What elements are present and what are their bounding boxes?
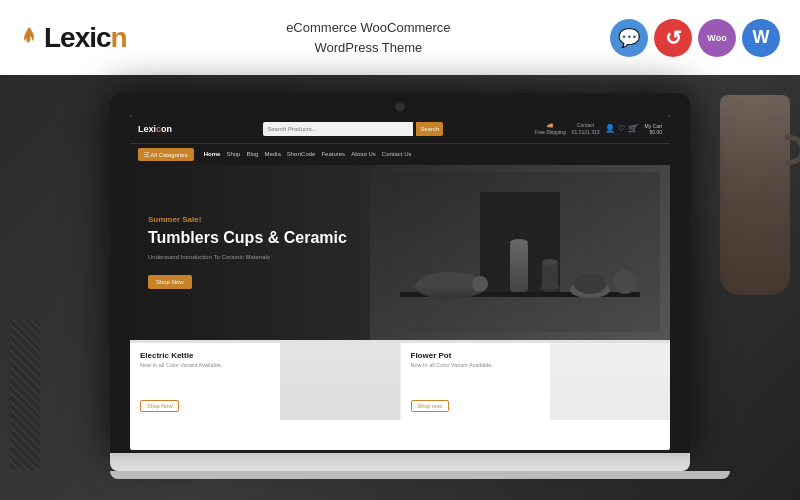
category-nav[interactable]: ☰ All Categories Home Shop Blog Media Sh… bbox=[130, 143, 670, 165]
hero-content: Summer Sale! Tumblers Cups & Ceramic Und… bbox=[130, 203, 670, 300]
woo-icon: Woo bbox=[698, 19, 736, 57]
platform-icons: 💬 ↺ Woo W bbox=[610, 19, 780, 57]
hero-subtitle: Understand Introduction To Ceramic Mater… bbox=[148, 254, 652, 260]
mug-handle bbox=[785, 135, 800, 165]
free-shipping-info: 🚚 Free Shipping bbox=[535, 122, 566, 135]
refresh-icon: ↺ bbox=[654, 19, 692, 57]
nav-home[interactable]: Home bbox=[204, 151, 221, 157]
flame-icon bbox=[20, 27, 38, 49]
laptop-mockup: Lexicon Search 🚚 Free Shipping Contact bbox=[0, 75, 800, 500]
nav-contact[interactable]: Contact Us bbox=[382, 151, 412, 157]
nav-about[interactable]: About Us bbox=[351, 151, 376, 157]
nav-links: Home Shop Blog Media ShortCode Features … bbox=[204, 151, 412, 157]
heart-icon: ♡ bbox=[618, 124, 625, 133]
site-logo: Lexicon bbox=[138, 124, 172, 134]
user-icon: 👤 bbox=[605, 124, 615, 133]
nav-shop[interactable]: Shop bbox=[226, 151, 240, 157]
screen-content: Lexicon Search 🚚 Free Shipping Contact bbox=[130, 115, 670, 450]
hero-shop-btn[interactable]: Shop Now bbox=[148, 275, 192, 289]
hero-title: Tumblers Cups & Ceramic bbox=[148, 228, 652, 247]
page-header: Lexicn eCommerce WooCommerce WordPress T… bbox=[0, 0, 800, 75]
hero-section: Summer Sale! Tumblers Cups & Ceramic Und… bbox=[130, 165, 670, 340]
header-tagline: eCommerce WooCommerce WordPress Theme bbox=[286, 18, 450, 57]
all-categories-btn[interactable]: ☰ All Categories bbox=[138, 148, 194, 161]
cart-icon: 🛒 bbox=[628, 124, 638, 133]
laptop-base bbox=[110, 453, 690, 471]
site-nav-right: 🚚 Free Shipping Contact 01 2121 313 👤 ♡ … bbox=[535, 122, 662, 135]
logo-text: Lexicn bbox=[44, 22, 127, 54]
site-search-area[interactable]: Search bbox=[263, 122, 443, 136]
nav-features[interactable]: Features bbox=[321, 151, 345, 157]
user-icons: 👤 ♡ 🛒 bbox=[605, 124, 638, 133]
screen-bezel: Lexicon Search 🚚 Free Shipping Contact bbox=[110, 93, 690, 453]
hero-sale-label: Summer Sale! bbox=[148, 215, 652, 224]
chat-icon: 💬 bbox=[610, 19, 648, 57]
mug-decoration bbox=[720, 95, 790, 295]
product-cards: Electric Kettle Now In all Color Variant… bbox=[130, 340, 670, 420]
laptop-frame: Lexicon Search 🚚 Free Shipping Contact bbox=[110, 93, 690, 483]
product2-shop-btn[interactable]: Shop now bbox=[411, 400, 449, 412]
contact-info: Contact 01 2121 313 bbox=[572, 122, 600, 135]
wordpress-icon: W bbox=[742, 19, 780, 57]
product1-shop-btn[interactable]: Shop Now bbox=[140, 400, 179, 412]
brand-logo: Lexicn bbox=[20, 22, 127, 54]
search-input[interactable] bbox=[263, 122, 413, 136]
product-card-kettle: Electric Kettle Now In all Color Variant… bbox=[130, 343, 401, 420]
nav-shortcode[interactable]: ShortCode bbox=[287, 151, 316, 157]
laptop-base-bottom bbox=[110, 471, 730, 479]
webcam bbox=[395, 103, 405, 111]
product-card-flowerpot: Flower Pot Now In all Color Variant Avai… bbox=[401, 343, 671, 420]
site-top-nav: Lexicon Search 🚚 Free Shipping Contact bbox=[130, 115, 670, 143]
rope-decoration bbox=[10, 320, 40, 470]
nav-blog[interactable]: Blog bbox=[246, 151, 258, 157]
search-button[interactable]: Search bbox=[416, 122, 443, 136]
cart-label: My Cart $0.00 bbox=[644, 123, 662, 135]
nav-media[interactable]: Media bbox=[264, 151, 280, 157]
